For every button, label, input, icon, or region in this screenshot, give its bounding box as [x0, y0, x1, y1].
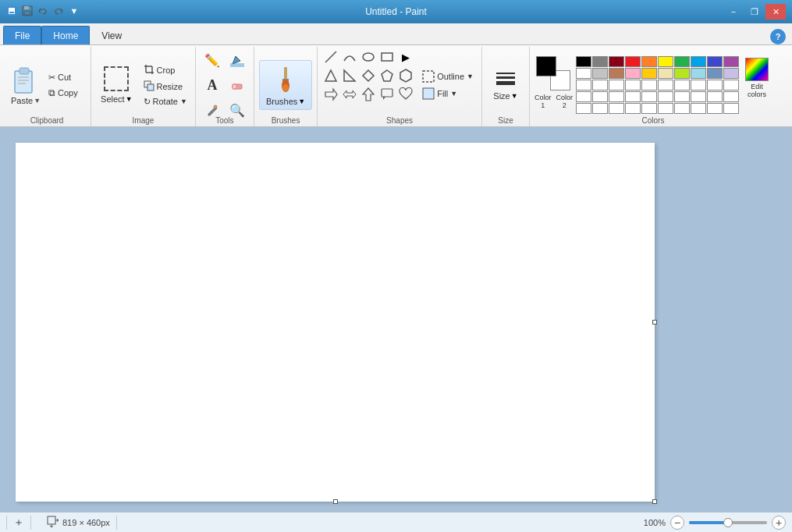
fill-dropdown[interactable]: ▼	[450, 90, 457, 98]
palette-color-3[interactable]	[625, 56, 641, 67]
shape-rectangle[interactable]	[378, 48, 396, 66]
qa-dropdown-btn[interactable]: ▼	[67, 4, 81, 18]
shape-diamond[interactable]	[360, 67, 377, 84]
palette-color-42[interactable]	[609, 103, 624, 114]
palette-color-47[interactable]	[691, 103, 706, 114]
eraser-tool[interactable]	[226, 73, 249, 97]
palette-color-27[interactable]	[691, 80, 706, 90]
palette-color-12[interactable]	[609, 68, 624, 79]
palette-color-28[interactable]	[707, 80, 723, 90]
minimize-button[interactable]: −	[723, 4, 744, 20]
palette-color-29[interactable]	[723, 80, 739, 90]
palette-color-16[interactable]	[674, 68, 690, 79]
palette-color-17[interactable]	[691, 68, 706, 79]
palette-color-13[interactable]	[625, 68, 641, 79]
help-button[interactable]: ?	[770, 29, 786, 44]
paste-button[interactable]: Paste ▼	[8, 63, 44, 107]
brushes-button[interactable]: Brushes ▼	[259, 60, 312, 110]
text-tool[interactable]: A	[201, 73, 224, 97]
palette-color-10[interactable]	[576, 68, 591, 79]
shape-arrow-right[interactable]	[322, 86, 339, 103]
zoom-slider-thumb[interactable]	[723, 518, 733, 527]
palette-color-45[interactable]	[658, 103, 673, 114]
edit-colors-button[interactable]: Editcolors	[742, 56, 772, 100]
palette-color-9[interactable]	[723, 56, 739, 67]
navigate-status[interactable]: ＋	[6, 516, 31, 530]
paste-dropdown-icon[interactable]: ▼	[34, 97, 41, 105]
cut-button[interactable]: ✂ Cut	[45, 71, 84, 84]
restore-button[interactable]: ❐	[744, 4, 765, 20]
resize-handle-bottom[interactable]	[333, 499, 338, 504]
shape-pentagon[interactable]	[378, 67, 396, 84]
palette-color-6[interactable]	[674, 56, 690, 67]
palette-color-34[interactable]	[641, 91, 657, 102]
palette-color-36[interactable]	[674, 91, 690, 102]
palette-color-25[interactable]	[658, 80, 673, 90]
palette-color-15[interactable]	[658, 68, 673, 79]
palette-color-39[interactable]	[723, 91, 739, 102]
shape-curve[interactable]	[341, 48, 358, 66]
palette-color-23[interactable]	[625, 80, 641, 90]
shape-hexagon[interactable]	[397, 67, 414, 84]
palette-color-48[interactable]	[707, 103, 723, 114]
outline-button[interactable]: Outline ▼	[419, 69, 477, 84]
palette-color-14[interactable]	[641, 68, 657, 79]
palette-color-11[interactable]	[592, 68, 608, 79]
shape-triangle[interactable]	[322, 67, 339, 84]
palette-color-5[interactable]	[658, 56, 673, 67]
shape-oval[interactable]	[360, 48, 377, 66]
palette-color-20[interactable]	[576, 80, 591, 90]
palette-color-41[interactable]	[592, 103, 608, 114]
palette-color-4[interactable]	[641, 56, 657, 67]
palette-color-2[interactable]	[609, 56, 624, 67]
resize-handle-right[interactable]	[652, 320, 657, 325]
palette-color-30[interactable]	[576, 91, 591, 102]
color1-btn[interactable]: Color 1	[535, 94, 552, 109]
palette-color-35[interactable]	[658, 91, 673, 102]
close-button[interactable]: ✕	[765, 4, 786, 20]
redo-quick-btn[interactable]	[51, 4, 66, 18]
tab-file[interactable]: File	[3, 26, 41, 44]
shape-more[interactable]: ▶	[397, 48, 414, 66]
color1-swatch[interactable]	[536, 56, 556, 76]
zoom-slider[interactable]	[689, 521, 767, 524]
color2-btn[interactable]: Color 2	[556, 94, 573, 109]
rotate-dropdown-icon[interactable]: ▼	[180, 98, 187, 105]
paint-canvas[interactable]	[16, 143, 655, 502]
palette-color-31[interactable]	[592, 91, 608, 102]
palette-color-8[interactable]	[707, 56, 723, 67]
palette-color-38[interactable]	[707, 91, 723, 102]
palette-color-46[interactable]	[674, 103, 690, 114]
palette-color-1[interactable]	[592, 56, 608, 67]
shape-callout[interactable]	[378, 86, 396, 103]
rotate-button[interactable]: ↻ Rotate ▼	[140, 95, 190, 108]
undo-quick-btn[interactable]	[36, 4, 50, 18]
resize-button[interactable]: Resize	[140, 79, 190, 94]
palette-color-44[interactable]	[641, 103, 657, 114]
palette-color-40[interactable]	[576, 103, 591, 114]
palette-color-21[interactable]	[592, 80, 608, 90]
palette-color-37[interactable]	[691, 91, 706, 102]
crop-button[interactable]: Crop	[140, 62, 190, 78]
fill-tool[interactable]	[226, 48, 249, 72]
shape-heart[interactable]	[397, 86, 414, 103]
copy-button[interactable]: ⧉ Copy	[45, 86, 84, 100]
tab-home[interactable]: Home	[41, 26, 90, 44]
tab-view[interactable]: View	[90, 26, 133, 44]
outline-dropdown[interactable]: ▼	[467, 73, 474, 80]
brushes-dropdown-icon[interactable]: ▼	[298, 98, 305, 105]
shape-arrow-up[interactable]	[360, 86, 377, 103]
zoom-minus-button[interactable]: −	[670, 516, 684, 530]
palette-color-7[interactable]	[691, 56, 706, 67]
palette-color-19[interactable]	[723, 68, 739, 79]
palette-color-43[interactable]	[625, 103, 641, 114]
save-quick-btn[interactable]	[20, 4, 34, 18]
palette-color-26[interactable]	[674, 80, 690, 90]
shape-rightangle[interactable]	[341, 67, 358, 84]
select-button[interactable]: Select ▼	[96, 65, 137, 105]
shape-arrow-both[interactable]	[341, 86, 358, 103]
palette-color-32[interactable]	[609, 91, 624, 102]
palette-color-18[interactable]	[707, 68, 723, 79]
zoom-plus-button[interactable]: +	[772, 516, 786, 530]
resize-handle-corner[interactable]	[652, 499, 657, 504]
